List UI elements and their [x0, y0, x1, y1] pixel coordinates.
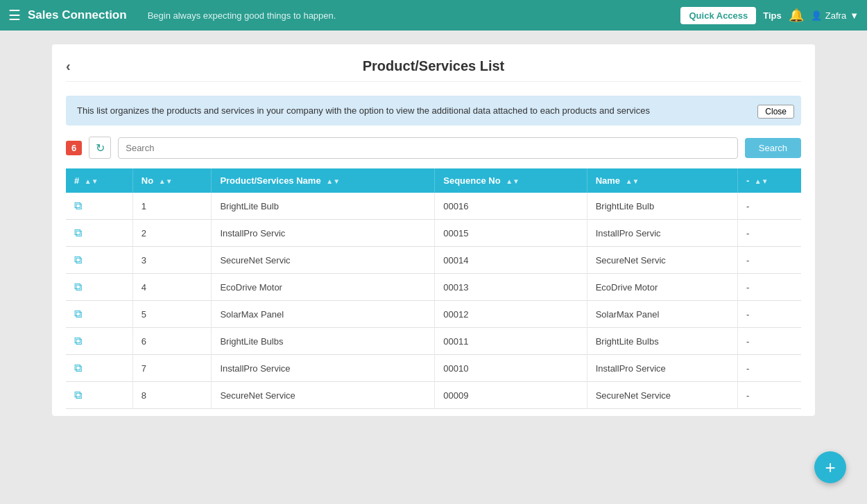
cell-name: InstallPro Servic	[587, 220, 737, 247]
cell-product-name: BrightLite Bulbs	[212, 328, 435, 355]
cell-name: InstallPro Service	[587, 355, 737, 382]
cell-extra: -	[737, 355, 801, 382]
quick-access-button[interactable]: Quick Access	[680, 7, 756, 24]
app-brand: Sales Connection	[28, 8, 127, 22]
cell-extra: -	[737, 220, 801, 247]
plus-icon: +	[825, 457, 835, 478]
sort-icon: ▲▼	[626, 177, 639, 185]
search-input[interactable]	[118, 137, 738, 159]
cell-extra: -	[737, 193, 801, 220]
card-header: ‹ Product/Services List	[66, 58, 801, 82]
cell-sequence-no: 00015	[435, 220, 587, 247]
cell-no: 7	[132, 355, 212, 382]
cell-open-icon[interactable]: ⧉	[66, 274, 132, 301]
col-name: Name ▲▼	[587, 168, 737, 193]
tips-button[interactable]: Tips	[763, 10, 782, 21]
cell-product-name: BrightLite Bulb	[212, 193, 435, 220]
col-no: No ▲▼	[132, 168, 212, 193]
cell-sequence-no: 00014	[435, 247, 587, 274]
cell-no: 5	[132, 301, 212, 328]
open-record-icon[interactable]: ⧉	[74, 389, 82, 401]
cell-sequence-no: 00010	[435, 355, 587, 382]
col-sequence-no: Sequence No ▲▼	[435, 168, 587, 193]
back-button[interactable]: ‹	[66, 58, 71, 74]
search-button[interactable]: Search	[745, 138, 801, 158]
col-hash: # ▲▼	[66, 168, 132, 193]
add-fab-button[interactable]: +	[814, 451, 846, 483]
page-title: Product/Services List	[363, 58, 505, 74]
cell-extra: -	[737, 247, 801, 274]
cell-product-name: InstallPro Servic	[212, 220, 435, 247]
record-count-badge: 6	[66, 141, 82, 155]
sort-icon: ▲▼	[755, 177, 769, 185]
cell-name: SecureNet Servic	[587, 247, 737, 274]
cell-product-name: InstallPro Service	[212, 355, 435, 382]
refresh-icon: ↻	[96, 141, 105, 155]
cell-name: BrightLite Bulb	[587, 193, 737, 220]
table-row: ⧉ 7 InstallPro Service 00010 InstallPro …	[66, 355, 801, 382]
col-extra: - ▲▼	[737, 168, 801, 193]
open-record-icon[interactable]: ⧉	[74, 200, 82, 211]
cell-sequence-no: 00013	[435, 274, 587, 301]
cell-product-name: SecureNet Service	[212, 382, 435, 409]
cell-name: BrightLite Bulbs	[587, 328, 737, 355]
cell-open-icon[interactable]: ⧉	[66, 355, 132, 382]
open-record-icon[interactable]: ⧉	[74, 362, 82, 374]
col-product-name: Product/Services Name ▲▼	[212, 168, 435, 193]
cell-sequence-no: 00009	[435, 382, 587, 409]
cell-open-icon[interactable]: ⧉	[66, 247, 132, 274]
cell-no: 1	[132, 193, 212, 220]
user-icon: 👤	[811, 10, 822, 21]
cell-no: 8	[132, 382, 212, 409]
open-record-icon[interactable]: ⧉	[74, 254, 82, 266]
cell-no: 6	[132, 328, 212, 355]
cell-sequence-no: 00016	[435, 193, 587, 220]
table-row: ⧉ 8 SecureNet Service 00009 SecureNet Se…	[66, 382, 801, 409]
cell-open-icon[interactable]: ⧉	[66, 301, 132, 328]
open-record-icon[interactable]: ⧉	[74, 227, 82, 238]
cell-name: SecureNet Service	[587, 382, 737, 409]
cell-name: SolarMax Panel	[587, 301, 737, 328]
table-row: ⧉ 4 EcoDrive Motor 00013 EcoDrive Motor …	[66, 274, 801, 301]
cell-product-name: SecureNet Servic	[212, 247, 435, 274]
search-row: 6 ↻ Search	[66, 137, 801, 159]
cell-sequence-no: 00012	[435, 301, 587, 328]
cell-open-icon[interactable]: ⧉	[66, 220, 132, 247]
cell-open-icon[interactable]: ⧉	[66, 193, 132, 220]
open-record-icon[interactable]: ⧉	[74, 335, 82, 347]
open-record-icon[interactable]: ⧉	[74, 308, 82, 320]
product-table: # ▲▼ No ▲▼ Product/Services Name ▲▼ Sequ…	[66, 168, 801, 409]
info-text: This list organizes the products and ser…	[77, 105, 650, 116]
cell-extra: -	[737, 382, 801, 409]
app-tagline: Begin always expecting good things to ha…	[148, 10, 336, 21]
cell-extra: -	[737, 274, 801, 301]
cell-product-name: SolarMax Panel	[212, 301, 435, 328]
cell-no: 4	[132, 274, 212, 301]
table-row: ⧉ 6 BrightLite Bulbs 00011 BrightLite Bu…	[66, 328, 801, 355]
cell-no: 3	[132, 247, 212, 274]
sort-icon: ▲▼	[159, 177, 173, 185]
table-row: ⧉ 1 BrightLite Bulb 00016 BrightLite Bul…	[66, 193, 801, 220]
table-row: ⧉ 5 SolarMax Panel 00012 SolarMax Panel …	[66, 301, 801, 328]
cell-extra: -	[737, 301, 801, 328]
hamburger-icon[interactable]: ☰	[8, 7, 21, 24]
user-menu[interactable]: 👤 Zafra ▼	[811, 10, 859, 21]
table-header-row: # ▲▼ No ▲▼ Product/Services Name ▲▼ Sequ…	[66, 168, 801, 193]
main-card: ‹ Product/Services List This list organi…	[52, 44, 815, 416]
cell-product-name: EcoDrive Motor	[212, 274, 435, 301]
chevron-down-icon: ▼	[850, 10, 859, 21]
open-record-icon[interactable]: ⧉	[74, 281, 82, 293]
notification-bell-icon[interactable]: 🔔	[789, 8, 804, 23]
cell-name: EcoDrive Motor	[587, 274, 737, 301]
cell-open-icon[interactable]: ⧉	[66, 382, 132, 409]
sort-icon: ▲▼	[326, 177, 340, 185]
close-button[interactable]: Close	[757, 105, 794, 119]
info-box: This list organizes the products and ser…	[66, 96, 801, 125]
cell-extra: -	[737, 328, 801, 355]
cell-open-icon[interactable]: ⧉	[66, 328, 132, 355]
refresh-button[interactable]: ↻	[89, 137, 111, 159]
cell-no: 2	[132, 220, 212, 247]
sort-icon: ▲▼	[85, 177, 98, 185]
table-row: ⧉ 3 SecureNet Servic 00014 SecureNet Ser…	[66, 247, 801, 274]
sort-icon: ▲▼	[506, 177, 520, 185]
